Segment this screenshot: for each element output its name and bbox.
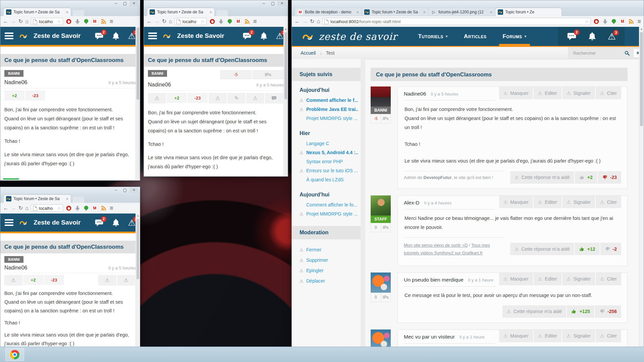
sidebar-topic-link[interactable]: ⚠Projet MMORPG style ... — [300, 209, 358, 219]
maximize-button[interactable]: ▢ — [268, 1, 277, 7]
post-author[interactable]: Mec vu par un visiteur — [404, 334, 455, 340]
gmail-extension-icon[interactable]: M — [92, 18, 98, 25]
close-button[interactable]: × — [129, 1, 139, 7]
maximize-button[interactable]: ▢ — [120, 1, 129, 7]
minimize-button[interactable]: – — [111, 1, 120, 7]
edit-button[interactable]: ⚠Editer — [534, 196, 561, 208]
reload-icon[interactable]: ↻ — [18, 19, 23, 24]
post-author[interactable]: Nadine06 — [4, 265, 28, 271]
avatar[interactable] — [371, 195, 391, 216]
cite-button[interactable]: ⚠Citer — [596, 87, 621, 99]
sidebar-topic-link[interactable]: ⚠Problème Java EE trai... — [300, 105, 358, 114]
helped-button[interactable]: ⚠Cette réponse m'a aidé — [502, 305, 567, 318]
ips-tab[interactable]: IPs — [252, 70, 284, 79]
address-bar[interactable]: localho ☆ — [31, 204, 63, 212]
sidebar-topic-link[interactable]: Comment afficher le fo... — [300, 200, 358, 209]
browser-tab[interactable]: Topic forum • Zeste de Sa × — [147, 8, 214, 16]
alerts-icon[interactable]: ⚠3 — [608, 32, 616, 41]
avatar[interactable] — [371, 329, 391, 347]
karma-score[interactable]: 0 — [371, 223, 381, 232]
forward-icon[interactable]: → — [302, 19, 308, 24]
downvote-count[interactable]: -23 — [187, 93, 208, 103]
android-extension-icon[interactable] — [74, 18, 80, 25]
gmail-extension-icon[interactable]: M — [619, 18, 626, 25]
browser-tab[interactable]: Topic forum • Zeste de Sa × — [4, 8, 71, 16]
moderation-move-link[interactable]: ⚠Déplacer — [300, 276, 358, 286]
rss-extension-icon[interactable] — [244, 18, 250, 25]
karma-score[interactable]: -5 — [371, 114, 381, 123]
close-button[interactable]: × — [129, 188, 139, 193]
tab-image-file[interactable]: ▷ forums-jet4-1200.png (12 × — [429, 8, 495, 16]
hamburger-menu-icon[interactable] — [148, 33, 157, 39]
new-tab-button[interactable] — [216, 10, 228, 16]
browser-tab[interactable]: Topic forum • Zeste de Sa × — [4, 195, 71, 203]
reload-icon[interactable]: ↻ — [162, 19, 166, 24]
home-icon[interactable]: ⌂ — [25, 205, 29, 211]
notifications-bell-icon[interactable] — [111, 32, 120, 41]
android-extension-icon[interactable] — [218, 18, 224, 25]
post-author[interactable]: Nadine06 — [148, 82, 171, 88]
green-balloon-extension-icon[interactable] — [226, 18, 233, 25]
rss-extension-icon[interactable] — [100, 18, 107, 25]
upvote-button[interactable]: +2 — [575, 171, 597, 184]
upvote-count[interactable]: +2 — [167, 93, 187, 103]
edit-button[interactable]: ⚠Editer — [534, 330, 561, 342]
address-bar[interactable]: localhost:8002/forum-topic-staff.html ☆ — [322, 18, 591, 25]
adblock-icon[interactable] — [65, 205, 72, 212]
edit-button[interactable]: ⚠Editer — [534, 273, 561, 285]
adblock-icon[interactable] — [593, 18, 599, 25]
edit-post-icon[interactable]: ✎ — [227, 93, 246, 104]
cite-post-icon[interactable] — [265, 93, 283, 104]
ips-link[interactable]: IPs — [381, 223, 391, 232]
post-author[interactable]: Nadine06 — [4, 79, 28, 85]
back-icon[interactable]: ← — [3, 205, 8, 211]
moderation-close-link[interactable]: ⚠Fermer — [300, 245, 358, 255]
search-input[interactable]: Rechercher — [573, 51, 621, 56]
site-logo-text[interactable]: Zeste de Savoir — [34, 32, 80, 40]
home-icon[interactable]: ⌂ — [169, 19, 172, 24]
tab-close-icon[interactable]: × — [209, 10, 212, 14]
hide-button[interactable]: ⚠Masquer — [499, 330, 533, 342]
cite-button[interactable]: ⚠Citer — [596, 196, 621, 208]
new-tab-button[interactable] — [73, 197, 84, 203]
nav-tutoriels[interactable]: Tutoriels▾ — [410, 27, 455, 46]
hamburger-menu-icon[interactable] — [5, 33, 13, 39]
window-titlebar[interactable]: – ▢ × — [0, 187, 140, 194]
signal-button[interactable]: ⚠Signaler — [562, 273, 595, 285]
android-extension-icon[interactable] — [74, 205, 80, 212]
karma-tab[interactable]: -5 — [220, 70, 252, 79]
site-logo[interactable]: zeste de savoir — [300, 31, 397, 42]
window-titlebar[interactable]: – ▢ × — [144, 0, 288, 8]
rss-extension-icon[interactable] — [100, 205, 107, 212]
page-scrollbar[interactable]: ▲ — [639, 27, 644, 347]
upvote-count[interactable]: +2 — [23, 275, 43, 285]
sidebar-topic-link[interactable]: ⚠Comment afficher le f... — [300, 96, 358, 105]
post-author[interactable]: Un pseudo bien merdique — [404, 277, 464, 283]
alert-post-icon[interactable]: ⚠ — [209, 93, 227, 104]
rss-extension-icon[interactable] — [628, 18, 634, 25]
avatar[interactable] — [371, 86, 391, 107]
sidebar-topic-link[interactable]: ⚠Erreurs sur le tuto iOS ... — [300, 166, 358, 175]
notifications-bell-icon[interactable] — [259, 32, 268, 41]
tab-topic-forum-active[interactable]: Topic forum • Ze — [495, 8, 561, 16]
sidebar-topic-link[interactable]: Syntax error PHP — [300, 157, 358, 166]
signal-button[interactable]: ⚠Signaler — [562, 87, 595, 99]
back-icon[interactable]: ← — [147, 19, 152, 24]
signal-post-icon[interactable]: ⚠ — [117, 275, 135, 286]
post-author[interactable]: Alex-D — [404, 200, 420, 206]
ips-link[interactable]: IPs — [381, 114, 391, 123]
browser-menu-icon[interactable]: ≡ — [637, 18, 641, 25]
gmail-extension-icon[interactable]: M — [92, 205, 98, 212]
back-icon[interactable]: ← — [3, 19, 8, 24]
messages-icon[interactable]: 2 — [95, 218, 104, 227]
forward-icon[interactable]: → — [154, 19, 160, 24]
tab-close-icon[interactable]: × — [66, 197, 68, 201]
forward-icon[interactable]: → — [11, 19, 16, 24]
hide-post-icon[interactable]: ⚠ — [4, 275, 22, 286]
maximize-button[interactable]: ▢ — [120, 188, 129, 193]
karma-score[interactable]: 0 — [371, 293, 381, 302]
new-tab-button[interactable] — [73, 10, 84, 16]
search-icon[interactable] — [624, 50, 630, 56]
bookmark-star-icon[interactable]: ☆ — [201, 19, 205, 24]
tab-gmail[interactable]: M Boîte de réception - demo × — [295, 8, 361, 16]
